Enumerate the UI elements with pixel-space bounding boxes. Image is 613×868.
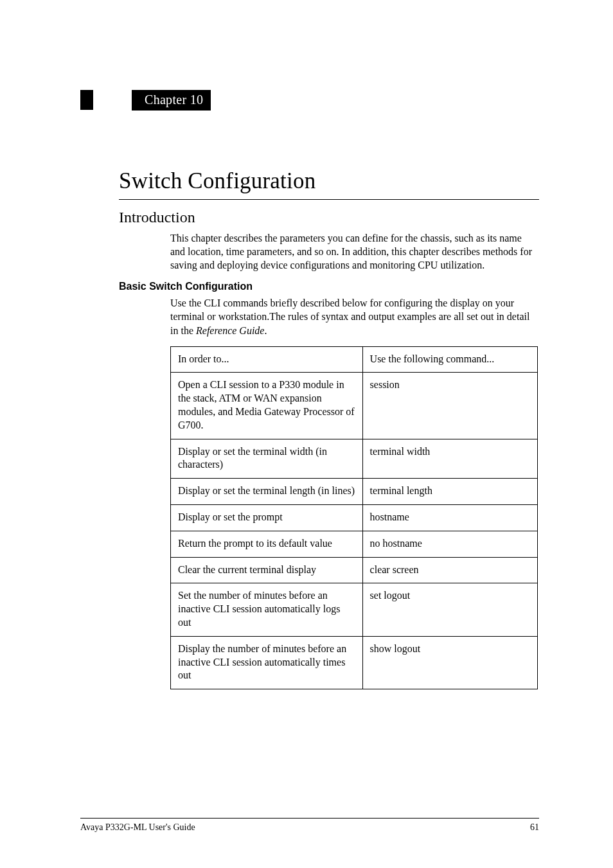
subheading: Basic Switch Configuration xyxy=(119,281,539,292)
sub-paragraph-post: . xyxy=(264,325,267,336)
table-header-right: Use the following command... xyxy=(362,346,537,373)
table-cell-right: set logout xyxy=(362,583,537,636)
chapter-tag-stub xyxy=(80,90,93,110)
footer-right: 61 xyxy=(530,822,539,833)
table-header-left: In order to... xyxy=(171,346,363,373)
page: Chapter 10 Switch Configuration Introduc… xyxy=(0,0,613,868)
sub-paragraph: Use the CLI commands briefly described b… xyxy=(170,296,538,337)
table-cell-left: Return the prompt to its default value xyxy=(171,531,363,557)
table-row: Set the number of minutes before an inac… xyxy=(171,583,538,636)
table-cell-right: clear screen xyxy=(362,557,537,583)
table-row: Display the number of minutes before an … xyxy=(171,636,538,689)
table-cell-right: terminal width xyxy=(362,439,537,479)
table-cell-left: Clear the current terminal display xyxy=(171,557,363,583)
table-row: Display or set the prompt hostname xyxy=(171,505,538,531)
sub-paragraph-italic: Reference Guide xyxy=(196,325,264,336)
table-row: Return the prompt to its default value n… xyxy=(171,531,538,557)
table-header-row: In order to... Use the following command… xyxy=(171,346,538,373)
table-row: Open a CLI session to a P330 module in t… xyxy=(171,373,538,439)
table-cell-left: Open a CLI session to a P330 module in t… xyxy=(171,373,363,439)
table-cell-right: session xyxy=(362,373,537,439)
chapter-tag: Chapter 10 xyxy=(132,90,211,111)
table-cell-left: Display or set the terminal length (in l… xyxy=(171,479,363,505)
table-cell-left: Display the number of minutes before an … xyxy=(171,636,363,689)
table-cell-left: Display or set the terminal width (in ch… xyxy=(171,439,363,479)
table-cell-right: terminal length xyxy=(362,479,537,505)
page-title: Switch Configuration xyxy=(119,168,539,194)
table-cell-right: hostname xyxy=(362,505,537,531)
table-cell-right: show logout xyxy=(362,636,537,689)
table-cell-right: no hostname xyxy=(362,531,537,557)
table-cell-left: Display or set the prompt xyxy=(171,505,363,531)
section-heading: Introduction xyxy=(119,209,539,226)
intro-paragraph: This chapter describes the parameters yo… xyxy=(170,231,538,272)
footer-left: Avaya P332G-ML User's Guide xyxy=(80,822,195,833)
chapter-row: Chapter 10 xyxy=(80,90,539,111)
table-cell-left: Set the number of minutes before an inac… xyxy=(171,583,363,636)
page-footer: Avaya P332G-ML User's Guide 61 xyxy=(80,818,539,833)
command-table: In order to... Use the following command… xyxy=(170,346,538,690)
title-rule xyxy=(119,199,539,200)
table-row: Display or set the terminal width (in ch… xyxy=(171,439,538,479)
table-row: Display or set the terminal length (in l… xyxy=(171,479,538,505)
table-row: Clear the current terminal display clear… xyxy=(171,557,538,583)
